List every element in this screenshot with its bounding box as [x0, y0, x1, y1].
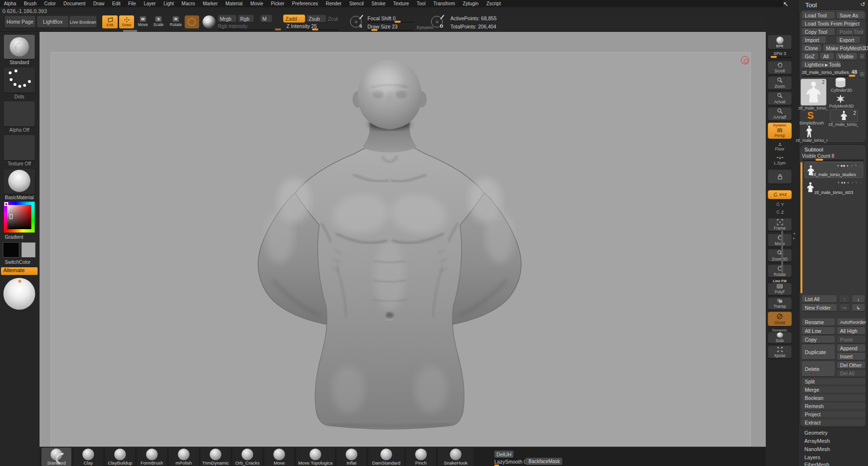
goz-r-button[interactable]: R [859, 53, 866, 60]
aahalf-button[interactable]: AAHalf [768, 107, 792, 121]
z-intensity-handle[interactable] [312, 28, 318, 30]
ghost-circle-icon[interactable]: ○ [859, 180, 862, 185]
menu-edit[interactable]: Edit [108, 1, 124, 6]
draw-button[interactable]: Draw [119, 15, 134, 28]
brush-tray-item[interactable]: mPolish [169, 448, 199, 466]
rotate-button[interactable]: R Rotate [170, 16, 182, 27]
import-button[interactable]: Import [802, 36, 826, 43]
brush-tray-item[interactable]: Standard [41, 448, 71, 466]
ghost-circle-icon[interactable]: ○ [859, 164, 861, 168]
draw-size-handle[interactable] [371, 29, 378, 31]
menu-document[interactable]: Document [60, 1, 90, 6]
deluh-button[interactable]: DelUH [494, 451, 514, 458]
zsub-button[interactable]: Zsub [307, 15, 326, 22]
brush-tray-item[interactable]: Orb_Cracks [232, 448, 262, 466]
menu-file[interactable]: File [124, 1, 140, 6]
main-color-swatch[interactable] [3, 242, 19, 258]
bpr-button[interactable]: BPR [768, 35, 792, 49]
solo-button[interactable]: Solo [768, 332, 792, 343]
section-geometry[interactable]: Geometry [804, 430, 827, 436]
all-low-button[interactable]: All Low [802, 327, 835, 334]
paste-subtool-button[interactable]: Paste [837, 336, 865, 343]
sculpted-torso-model[interactable] [227, 53, 555, 434]
goz-button[interactable]: GoZ [802, 53, 818, 60]
append-button[interactable]: Append [837, 344, 865, 352]
goz-visible-button[interactable]: Visible [836, 53, 857, 60]
menu-stencil[interactable]: Stencil [345, 1, 367, 6]
shaded-icon[interactable]: ◐ [847, 164, 849, 168]
project-button[interactable]: Project [802, 411, 865, 417]
zoom-button[interactable]: Zoom [768, 76, 792, 90]
rotate-xyz-button[interactable]: XYZ [768, 190, 792, 199]
floor-button[interactable]: Floor [768, 141, 792, 152]
contrast-icon[interactable]: ◑ [851, 180, 854, 185]
lock-camera-button[interactable] [768, 169, 792, 184]
focal-shift-slider[interactable]: Focal Shift 0 [367, 15, 395, 21]
brush-tray-item[interactable]: Move Topologica [296, 448, 335, 466]
flick-icon[interactable]: ▾ [837, 164, 839, 168]
lightbox-button[interactable]: LightBox [37, 16, 68, 27]
current-brush-button[interactable] [4, 35, 35, 59]
active-tool-slider[interactable]: ztl_male_torso_studies. 48 [802, 69, 857, 75]
subtool-row-selected[interactable]: ▾ ●● ◐ ◑ ✎ ○ ztl_male_torso_studies [804, 162, 863, 178]
ghost-button[interactable]: Ghost [768, 312, 792, 326]
flick-icon[interactable]: ▾ [838, 180, 840, 185]
move-button[interactable]: M Move [138, 16, 148, 27]
material-preview[interactable] [203, 15, 216, 28]
make-polymesh3d-button[interactable]: Make PolyMesh3D [823, 44, 866, 52]
section-nanomesh[interactable]: NanoMesh [804, 446, 830, 452]
tool-r-button[interactable]: R [859, 70, 866, 78]
load-tool-button[interactable]: Load Tool [802, 12, 835, 19]
frame-button[interactable]: Frame [768, 218, 792, 231]
rotate-z-button[interactable]: Z [768, 209, 792, 215]
clone-button[interactable]: Clone [802, 44, 821, 52]
move-out-folder-button[interactable]: ↳ [852, 304, 865, 311]
menu-marker[interactable]: Marker [199, 1, 221, 6]
alternate-button[interactable]: Alternate [1, 267, 38, 275]
menu-picker[interactable]: Picker [267, 1, 288, 6]
delete-button[interactable]: Delete [802, 361, 835, 376]
autoreorder-button[interactable]: AutoReorder [837, 318, 865, 326]
rotate-3d-button[interactable]: Rotate [768, 264, 792, 277]
m-button[interactable]: M [260, 15, 272, 22]
rgb-intensity-handle[interactable] [275, 28, 281, 30]
menu-zplugin[interactable]: Zplugin [459, 1, 483, 6]
copy-subtool-button[interactable]: Copy [802, 336, 835, 343]
subtool-row[interactable]: ▾ ●● ◐ ◑ ✎ ○ ztl_male_torso_st03 [804, 179, 863, 195]
insert-button[interactable]: Insert [837, 353, 865, 360]
edit-button[interactable]: Edit [102, 15, 118, 28]
menu-movie[interactable]: Movie [246, 1, 267, 6]
tool-item-figure[interactable] [805, 125, 813, 138]
tool-item-torso2[interactable]: 2 [830, 110, 857, 122]
polyframe-button[interactable]: PolyF [768, 283, 792, 295]
section-arraymesh[interactable]: ArrayMesh [804, 438, 830, 444]
menu-transform[interactable]: Transform [429, 1, 459, 6]
menu-light[interactable]: Light [160, 1, 178, 6]
stroke-curve-icon[interactable]: S [350, 16, 362, 27]
focal-shift-handle[interactable] [394, 21, 401, 23]
polypaint-icon[interactable]: ●● [841, 180, 846, 185]
brush-tray-item[interactable]: TrimDynamic [201, 448, 231, 466]
del-other-button[interactable]: Del Other [837, 361, 865, 369]
actual-button[interactable]: Actual [768, 92, 792, 105]
gradient-label[interactable]: Gradient [0, 234, 39, 240]
brush-tray-item[interactable]: Clay [73, 448, 103, 466]
brush-tray-item[interactable]: FormBrush [137, 448, 167, 466]
lazysmooth-slider[interactable]: LazySmooth 0 [494, 459, 527, 465]
local-symmetry-button[interactable]: L.Sym [768, 154, 792, 167]
shelf-scrollbar[interactable] [781, 231, 783, 273]
tool-item-cylinder[interactable] [832, 76, 849, 89]
copy-tool-button[interactable]: Copy Tool [802, 28, 835, 35]
subtool-scroll-indicator[interactable] [800, 162, 802, 293]
xpose-button[interactable]: Xpose [768, 345, 792, 358]
brush-tray-item[interactable]: Pinch [406, 448, 436, 466]
menu-brush[interactable]: Brush [20, 1, 41, 6]
visible-count-slider[interactable]: Visible Count 8 [802, 153, 834, 159]
load-tools-from-project-button[interactable]: Load Tools From Project [802, 20, 857, 27]
export-button[interactable]: Export [837, 36, 860, 43]
section-layers[interactable]: Layers [804, 454, 820, 460]
live-boolean-button[interactable]: Live Boolean [69, 16, 96, 27]
tray-toggle-arrow-icon[interactable]: ↖ [783, 0, 788, 8]
visible-count-track[interactable] [802, 160, 864, 161]
splitter-right-chevron-icon[interactable]: ▸ [793, 236, 795, 240]
